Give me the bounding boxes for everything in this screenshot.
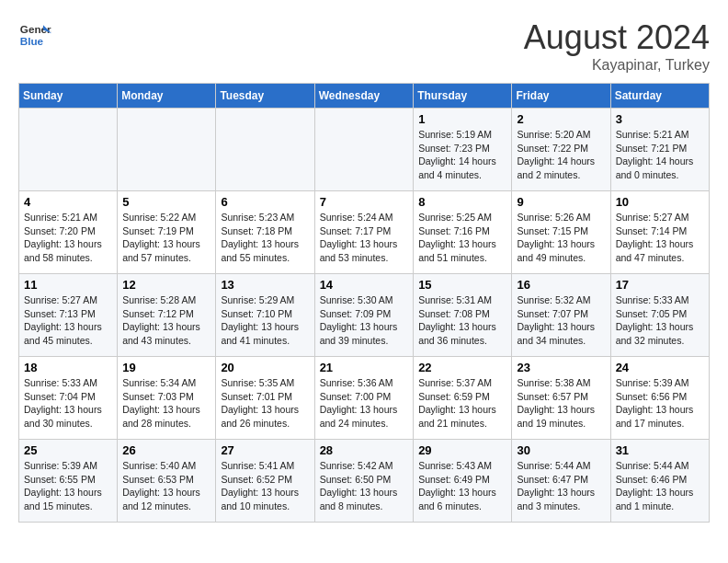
day-number: 17 bbox=[616, 278, 704, 292]
day-number: 5 bbox=[122, 195, 210, 209]
day-info: Sunrise: 5:36 AMSunset: 7:00 PMDaylight:… bbox=[320, 376, 409, 431]
calendar-cell: 21Sunrise: 5:36 AMSunset: 7:00 PMDayligh… bbox=[314, 357, 414, 440]
day-number: 21 bbox=[320, 361, 409, 374]
day-info: Sunrise: 5:34 AMSunset: 7:03 PMDaylight:… bbox=[122, 376, 210, 431]
day-number: 25 bbox=[24, 443, 112, 457]
calendar-cell: 30Sunrise: 5:44 AMSunset: 6:47 PMDayligh… bbox=[512, 440, 610, 523]
calendar-cell: 31Sunrise: 5:44 AMSunset: 6:46 PMDayligh… bbox=[610, 440, 709, 523]
calendar-cell: 13Sunrise: 5:29 AMSunset: 7:10 PMDayligh… bbox=[216, 274, 314, 357]
calendar-table: SundayMondayTuesdayWednesdayThursdayFrid… bbox=[18, 83, 710, 523]
day-info: Sunrise: 5:23 AMSunset: 7:18 PMDaylight:… bbox=[221, 211, 309, 265]
day-info: Sunrise: 5:26 AMSunset: 7:15 PMDaylight:… bbox=[517, 211, 605, 265]
month-title: August 2024 bbox=[524, 18, 710, 57]
week-row-5: 25Sunrise: 5:39 AMSunset: 6:55 PMDayligh… bbox=[19, 440, 710, 523]
day-number: 14 bbox=[320, 278, 409, 292]
day-info: Sunrise: 5:37 AMSunset: 6:59 PMDaylight:… bbox=[418, 376, 506, 431]
day-info: Sunrise: 5:30 AMSunset: 7:09 PMDaylight:… bbox=[320, 293, 409, 348]
day-info: Sunrise: 5:44 AMSunset: 6:47 PMDaylight:… bbox=[517, 459, 605, 513]
day-info: Sunrise: 5:43 AMSunset: 6:49 PMDaylight:… bbox=[418, 459, 506, 513]
day-number: 23 bbox=[517, 361, 605, 374]
calendar-cell: 24Sunrise: 5:39 AMSunset: 6:56 PMDayligh… bbox=[610, 357, 709, 440]
day-header-friday: Friday bbox=[512, 84, 610, 109]
calendar-cell: 11Sunrise: 5:27 AMSunset: 7:13 PMDayligh… bbox=[19, 274, 118, 357]
day-info: Sunrise: 5:31 AMSunset: 7:08 PMDaylight:… bbox=[418, 293, 506, 348]
day-header-wednesday: Wednesday bbox=[314, 84, 414, 109]
calendar-cell: 12Sunrise: 5:28 AMSunset: 7:12 PMDayligh… bbox=[118, 274, 216, 357]
day-number: 12 bbox=[122, 278, 210, 292]
calendar-cell: 9Sunrise: 5:26 AMSunset: 7:15 PMDaylight… bbox=[512, 191, 610, 274]
day-info: Sunrise: 5:19 AMSunset: 7:23 PMDaylight:… bbox=[418, 128, 506, 182]
day-info: Sunrise: 5:41 AMSunset: 6:52 PMDaylight:… bbox=[221, 459, 309, 513]
day-info: Sunrise: 5:29 AMSunset: 7:10 PMDaylight:… bbox=[221, 293, 309, 348]
week-row-4: 18Sunrise: 5:33 AMSunset: 7:04 PMDayligh… bbox=[19, 357, 710, 440]
day-number: 1 bbox=[418, 112, 506, 126]
day-info: Sunrise: 5:33 AMSunset: 7:04 PMDaylight:… bbox=[24, 376, 112, 431]
day-info: Sunrise: 5:27 AMSunset: 7:14 PMDaylight:… bbox=[616, 211, 704, 265]
day-header-saturday: Saturday bbox=[610, 84, 709, 109]
calendar-cell: 20Sunrise: 5:35 AMSunset: 7:01 PMDayligh… bbox=[216, 357, 314, 440]
calendar-cell: 23Sunrise: 5:38 AMSunset: 6:57 PMDayligh… bbox=[512, 357, 610, 440]
day-info: Sunrise: 5:44 AMSunset: 6:46 PMDaylight:… bbox=[616, 459, 704, 513]
calendar-cell: 19Sunrise: 5:34 AMSunset: 7:03 PMDayligh… bbox=[118, 357, 216, 440]
logo: General Blue bbox=[18, 18, 51, 52]
week-row-2: 4Sunrise: 5:21 AMSunset: 7:20 PMDaylight… bbox=[19, 191, 710, 274]
calendar-cell: 3Sunrise: 5:21 AMSunset: 7:21 PMDaylight… bbox=[610, 109, 709, 191]
day-number: 29 bbox=[418, 443, 506, 457]
calendar-cell: 26Sunrise: 5:40 AMSunset: 6:53 PMDayligh… bbox=[118, 440, 216, 523]
day-number: 26 bbox=[122, 443, 210, 457]
calendar-header: SundayMondayTuesdayWednesdayThursdayFrid… bbox=[19, 84, 710, 109]
day-number: 24 bbox=[616, 361, 704, 374]
day-number: 6 bbox=[221, 195, 309, 209]
day-info: Sunrise: 5:20 AMSunset: 7:22 PMDaylight:… bbox=[517, 128, 605, 182]
day-info: Sunrise: 5:28 AMSunset: 7:12 PMDaylight:… bbox=[122, 293, 210, 348]
day-info: Sunrise: 5:42 AMSunset: 6:50 PMDaylight:… bbox=[320, 459, 409, 513]
day-info: Sunrise: 5:21 AMSunset: 7:20 PMDaylight:… bbox=[24, 211, 112, 265]
calendar-cell bbox=[216, 109, 314, 191]
calendar-cell: 28Sunrise: 5:42 AMSunset: 6:50 PMDayligh… bbox=[314, 440, 414, 523]
day-number: 18 bbox=[24, 361, 112, 374]
calendar-cell: 16Sunrise: 5:32 AMSunset: 7:07 PMDayligh… bbox=[512, 274, 610, 357]
day-number: 16 bbox=[517, 278, 605, 292]
day-header-thursday: Thursday bbox=[414, 84, 512, 109]
day-header-tuesday: Tuesday bbox=[216, 84, 314, 109]
title-block: August 2024 Kayapinar, Turkey bbox=[524, 18, 710, 74]
calendar-cell: 2Sunrise: 5:20 AMSunset: 7:22 PMDaylight… bbox=[512, 109, 610, 191]
day-number: 20 bbox=[221, 361, 309, 374]
day-info: Sunrise: 5:38 AMSunset: 6:57 PMDaylight:… bbox=[517, 376, 605, 431]
day-number: 11 bbox=[24, 278, 112, 292]
day-header-sunday: Sunday bbox=[19, 84, 118, 109]
day-info: Sunrise: 5:25 AMSunset: 7:16 PMDaylight:… bbox=[418, 211, 506, 265]
day-info: Sunrise: 5:21 AMSunset: 7:21 PMDaylight:… bbox=[616, 128, 704, 182]
calendar-cell: 15Sunrise: 5:31 AMSunset: 7:08 PMDayligh… bbox=[414, 274, 512, 357]
day-number: 8 bbox=[418, 195, 506, 209]
day-number: 15 bbox=[418, 278, 506, 292]
day-number: 31 bbox=[616, 443, 704, 457]
calendar-cell: 27Sunrise: 5:41 AMSunset: 6:52 PMDayligh… bbox=[216, 440, 314, 523]
day-number: 27 bbox=[221, 443, 309, 457]
week-row-1: 1Sunrise: 5:19 AMSunset: 7:23 PMDaylight… bbox=[19, 109, 710, 191]
day-info: Sunrise: 5:40 AMSunset: 6:53 PMDaylight:… bbox=[122, 459, 210, 513]
day-info: Sunrise: 5:24 AMSunset: 7:17 PMDaylight:… bbox=[320, 211, 409, 265]
day-number: 3 bbox=[616, 112, 704, 126]
day-number: 28 bbox=[320, 443, 409, 457]
calendar-cell: 10Sunrise: 5:27 AMSunset: 7:14 PMDayligh… bbox=[610, 191, 709, 274]
day-number: 4 bbox=[24, 195, 112, 209]
location: Kayapinar, Turkey bbox=[524, 57, 710, 74]
day-number: 7 bbox=[320, 195, 409, 209]
calendar-cell bbox=[19, 109, 118, 191]
calendar-cell: 8Sunrise: 5:25 AMSunset: 7:16 PMDaylight… bbox=[414, 191, 512, 274]
day-info: Sunrise: 5:39 AMSunset: 6:56 PMDaylight:… bbox=[616, 376, 704, 431]
logo-icon: General Blue bbox=[18, 18, 51, 52]
week-row-3: 11Sunrise: 5:27 AMSunset: 7:13 PMDayligh… bbox=[19, 274, 710, 357]
calendar-cell: 29Sunrise: 5:43 AMSunset: 6:49 PMDayligh… bbox=[414, 440, 512, 523]
day-info: Sunrise: 5:27 AMSunset: 7:13 PMDaylight:… bbox=[24, 293, 112, 348]
calendar-cell: 25Sunrise: 5:39 AMSunset: 6:55 PMDayligh… bbox=[19, 440, 118, 523]
day-info: Sunrise: 5:33 AMSunset: 7:05 PMDaylight:… bbox=[616, 293, 704, 348]
day-number: 10 bbox=[616, 195, 704, 209]
header-row: SundayMondayTuesdayWednesdayThursdayFrid… bbox=[19, 84, 710, 109]
day-info: Sunrise: 5:22 AMSunset: 7:19 PMDaylight:… bbox=[122, 211, 210, 265]
calendar-cell: 1Sunrise: 5:19 AMSunset: 7:23 PMDaylight… bbox=[414, 109, 512, 191]
calendar-cell bbox=[314, 109, 414, 191]
day-number: 22 bbox=[418, 361, 506, 374]
day-number: 19 bbox=[122, 361, 210, 374]
